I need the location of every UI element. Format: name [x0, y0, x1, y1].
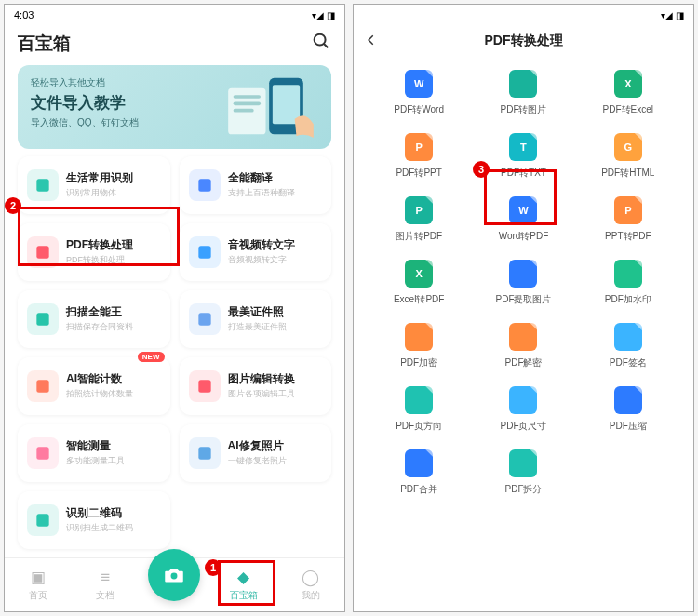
feature-subtitle: 识别扫生成二维码: [66, 522, 133, 534]
feature-icon: [27, 303, 59, 335]
tool-4[interactable]: TPDF转TXT: [475, 133, 571, 180]
tool-label: 图片转PDF: [396, 230, 442, 243]
tool-icon: P: [614, 196, 642, 224]
feature-icon: [189, 169, 221, 201]
feature-title: 识别二维码: [66, 506, 133, 519]
feature-card-10[interactable]: 识别二维码识别扫生成二维码: [18, 491, 170, 549]
tool-13[interactable]: PDF解密: [475, 323, 571, 369]
feature-card-4[interactable]: 扫描全能王扫描保存合同资料: [18, 290, 170, 348]
feature-card-8[interactable]: 智能测量多功能测量工具: [18, 424, 170, 482]
tool-2[interactable]: XPDF转Excel: [580, 70, 677, 116]
feature-title: 音视频转文字: [228, 238, 295, 251]
feature-card-3[interactable]: 音视频转文字音频视频转文字: [180, 223, 332, 281]
tool-icon: [509, 70, 537, 98]
tool-17[interactable]: PDF压缩: [580, 386, 677, 433]
statusbar: 4:03 ▾◢ ◨: [5, 5, 344, 25]
tool-icon: G: [614, 133, 642, 161]
phone-right: ▾◢ ◨ PDF转换处理 WPDF转WordPDF转图片XPDF转ExcelPP…: [353, 4, 694, 612]
svg-rect-12: [36, 313, 48, 325]
tool-7[interactable]: WWord转PDF: [475, 196, 571, 243]
tool-8[interactable]: PPPT转PDF: [580, 196, 677, 243]
tool-icon: T: [509, 133, 537, 161]
feature-card-1[interactable]: 全能翻译支持上百语种翻译: [180, 156, 332, 214]
tool-label: PDF转图片: [500, 103, 546, 116]
search-icon[interactable]: [311, 31, 331, 56]
feature-icon: [27, 504, 59, 536]
feature-title: 全能翻译: [228, 171, 295, 184]
feature-subtitle: 图片各项编辑工具: [228, 388, 295, 400]
tool-label: PDF拆分: [504, 483, 542, 496]
tool-label: Word转PDF: [499, 230, 549, 243]
tool-18[interactable]: PDF合并: [370, 449, 467, 496]
tool-3[interactable]: PPDF转PPT: [370, 133, 467, 180]
tool-label: PDF合并: [400, 483, 437, 496]
tool-19[interactable]: PDF拆分: [475, 449, 571, 496]
tool-icon: P: [405, 133, 433, 161]
nav-mine[interactable]: ◯ 我的: [287, 568, 335, 602]
svg-rect-7: [234, 109, 254, 113]
tool-icon: W: [509, 196, 537, 224]
tool-label: PDF解密: [504, 356, 542, 369]
camera-icon: [162, 563, 186, 587]
tool-label: PDF提取图片: [495, 293, 551, 306]
tool-15[interactable]: PDF页方向: [370, 386, 467, 433]
battery-icon: ◨: [327, 10, 335, 20]
nav-toolbox[interactable]: ◆ 百宝箱: [220, 568, 268, 602]
tool-label: PDF转Excel: [603, 103, 653, 116]
feature-subtitle: 多功能测量工具: [66, 455, 125, 467]
camera-fab[interactable]: [148, 549, 200, 601]
feature-title: AI智能计数: [66, 372, 133, 385]
tool-5[interactable]: GPDF转HTML: [580, 133, 677, 180]
nav-home[interactable]: ▣ 首页: [14, 568, 62, 602]
tool-icon: [509, 323, 537, 351]
nav-docs-label: 文档: [96, 589, 114, 602]
nav-docs[interactable]: ≡ 文档: [81, 569, 129, 602]
feature-icon: [27, 169, 59, 201]
feature-subtitle: 音频视频转文字: [228, 254, 295, 266]
tool-10[interactable]: PDF提取图片: [475, 260, 571, 306]
svg-rect-6: [234, 102, 261, 106]
tool-0[interactable]: WPDF转Word: [370, 70, 467, 116]
tool-icon: [509, 260, 537, 288]
home-icon: ▣: [31, 568, 46, 587]
tool-icon: [405, 323, 433, 351]
feature-card-7[interactable]: 图片编辑转换图片各项编辑工具: [180, 357, 332, 415]
tool-label: PDF页尺寸: [500, 420, 546, 433]
tool-label: PDF转PPT: [396, 167, 441, 180]
signal-icon: ▾◢: [312, 10, 324, 20]
feature-subtitle: 支持上百语种翻译: [228, 187, 295, 199]
nav-mine-label: 我的: [302, 589, 320, 602]
toolbox-icon: ◆: [237, 568, 249, 587]
feature-card-9[interactable]: AI修复照片一键修复老照片: [180, 424, 332, 482]
tool-9[interactable]: XExcel转PDF: [370, 260, 467, 306]
docs-icon: ≡: [101, 569, 110, 587]
tool-icon: [509, 449, 537, 477]
feature-card-0[interactable]: 生活常用识别识别常用物体: [18, 156, 170, 214]
banner-illustration: [220, 73, 322, 141]
header: 百宝箱: [5, 25, 344, 60]
tool-14[interactable]: PDF签名: [580, 323, 677, 369]
tool-label: PDF签名: [610, 356, 647, 369]
svg-line-1: [324, 44, 328, 47]
statusbar: ▾◢ ◨: [354, 5, 693, 25]
tool-label: PDF转Word: [394, 103, 444, 116]
tutorial-banner[interactable]: 轻松导入其他文档 文件导入教学 导入微信、QQ、钉钉文档: [18, 65, 331, 149]
tool-11[interactable]: PDF加水印: [580, 260, 677, 306]
signal-icon: ▾◢: [661, 10, 673, 20]
tool-16[interactable]: PDF页尺寸: [475, 386, 571, 433]
feature-icon: [189, 303, 221, 335]
feature-title: 生活常用识别: [66, 171, 133, 184]
tool-1[interactable]: PDF转图片: [475, 70, 571, 116]
feature-card-6[interactable]: AI智能计数拍照统计物体数量NEW: [18, 357, 170, 415]
tool-12[interactable]: PDF加密: [370, 323, 467, 369]
feature-title: 最美证件照: [228, 305, 287, 318]
feature-card-5[interactable]: 最美证件照打造最美证件照: [180, 290, 332, 348]
svg-rect-8: [36, 179, 48, 191]
feature-icon: [27, 437, 59, 469]
nav-toolbox-label: 百宝箱: [230, 589, 258, 602]
tool-6[interactable]: P图片转PDF: [370, 196, 467, 243]
feature-card-2[interactable]: PDF转换处理PDF转换和处理: [18, 223, 170, 281]
svg-rect-14: [36, 380, 48, 392]
feature-subtitle: PDF转换和处理: [66, 254, 133, 266]
feature-subtitle: 拍照统计物体数量: [66, 388, 133, 400]
